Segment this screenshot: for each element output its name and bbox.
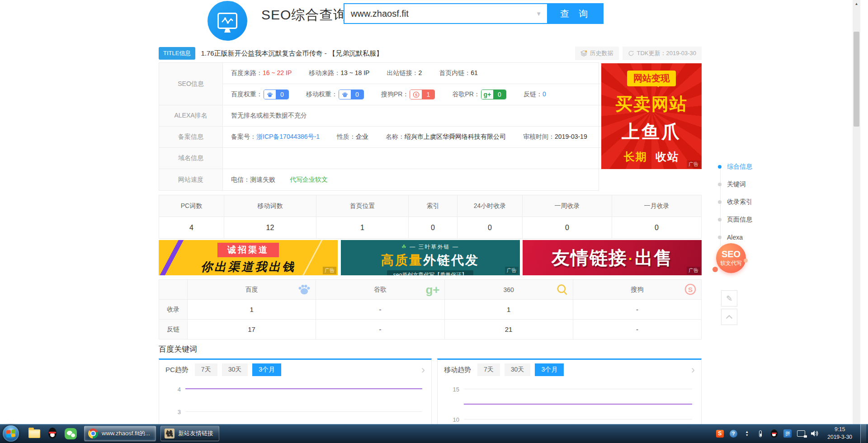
gridline	[185, 411, 422, 412]
volume-tray-icon[interactable]	[810, 429, 819, 438]
sidebar-item-overview[interactable]: 综合信息	[718, 161, 752, 172]
sell-website-ad[interactable]: 网站变现 买卖网站 上鱼爪 长期收站 广告	[601, 63, 702, 169]
file-explorer-icon[interactable]	[25, 424, 43, 443]
query-button[interactable]: 查 询	[548, 3, 604, 24]
pc-words-value: 4	[159, 217, 224, 239]
monitor-chart-icon	[217, 13, 237, 29]
baidu-keywords-heading: 百度关键词	[159, 344, 197, 354]
friendlink-task-button[interactable]: 钱 新站友情链接	[160, 426, 219, 441]
google-plus-icon: g+	[481, 90, 493, 99]
history-data-button[interactable]: 历史数据	[575, 47, 619, 60]
decor-bubble	[712, 267, 718, 272]
pc-ytick-4: 4	[163, 386, 181, 393]
friend-link-sale-ad[interactable]: 友情链接·出售 广告	[523, 240, 702, 275]
baidu-mobile-paw-icon: m	[339, 90, 351, 99]
baidu-icon	[297, 283, 311, 296]
ad-tag: 广告	[687, 267, 700, 274]
wechat-icon[interactable]	[61, 424, 80, 443]
site-title-text: 1.76正版新开公益我本沉默复古金币传奇 - 【兄弟沉默私服】	[201, 49, 571, 58]
channel-recruit-ad[interactable]: 诚招渠道 你出渠道我出钱 广告	[159, 240, 338, 275]
banner2-top: ☘ — 三叶草外链 —	[341, 243, 520, 251]
sidebar-item-pageinfo[interactable]: 页面信息	[718, 214, 752, 225]
pc-trend-header: PC趋势 7天 30天 3个月 ›	[159, 360, 431, 380]
search-input[interactable]	[344, 9, 536, 19]
mobile-tab-3m[interactable]: 3个月	[535, 363, 564, 376]
company-name: 绍兴市上虞区华舜网络科技有限公司	[405, 133, 506, 140]
tray-expand-icon[interactable]: ▲▾	[742, 429, 751, 438]
scroll-up-arrow[interactable]: ▲	[853, 0, 860, 8]
input-method-tray-icon[interactable]: 拼	[783, 429, 792, 438]
money-icon: 钱	[165, 429, 175, 438]
temperature-tray-icon[interactable]	[756, 429, 765, 438]
home-position-value: 1	[316, 217, 409, 239]
banner-ads: 诚招渠道 你出渠道我出钱 广告 ☘ — 三叶草外链 — 高质量外链代发 seo原…	[159, 240, 702, 275]
dropdown-caret-icon[interactable]: ▼	[536, 10, 547, 17]
mobile-weight-badge[interactable]: m0	[339, 90, 364, 99]
decor-bubble	[744, 259, 748, 263]
soft-article-link[interactable]: 代写企业软文	[290, 176, 328, 184]
anchor-nav: 综合信息 关键词 收录索引 页面信息 Alexa	[718, 161, 752, 250]
sogou-pr-badge[interactable]: S1	[410, 90, 435, 99]
mobile-words-value: 12	[224, 217, 316, 239]
pc-tab-3m[interactable]: 3个月	[252, 363, 281, 376]
chrome-task-button[interactable]: www.zhaosf.fit的...	[84, 426, 156, 441]
dot-icon	[718, 183, 722, 186]
engine-header-row: 百度 谷歌g+ 360 搜狗S	[159, 280, 702, 300]
so360-backlink: 21	[444, 320, 573, 339]
mobile-tab-30d[interactable]: 30天	[505, 363, 531, 376]
sidebar-item-keywords[interactable]: 关键词	[718, 179, 752, 190]
windows-logo-icon	[6, 429, 15, 438]
pc-tab-7d[interactable]: 7天	[195, 363, 217, 376]
banner2-title: 高质量外链代发	[341, 252, 520, 269]
sidebar-item-index[interactable]: 收录索引	[718, 197, 752, 207]
dot-icon	[718, 236, 722, 239]
icp-label: 备案信息	[159, 127, 223, 148]
edit-button[interactable]: ✎	[721, 290, 737, 306]
audit-date: 2019-03-19	[555, 133, 587, 140]
baidu-weight-badge[interactable]: 0	[264, 90, 289, 99]
seo-info-table: SEO信息 百度来路：16 ~ 22 IP 移动来路：13 ~ 18 IP 出站…	[159, 62, 599, 191]
seo-article-badge[interactable]: SEO 软文代写	[716, 243, 746, 273]
mobile-tab-7d[interactable]: 7天	[477, 363, 500, 376]
engine-collect-row: 收录 1 - 1 -	[159, 300, 702, 320]
collect-24h-value: 0	[458, 217, 523, 239]
mobile-trend-title: 移动趋势	[444, 366, 471, 374]
show-desktop-button[interactable]	[860, 424, 866, 443]
clock[interactable]: 9:15 2019-3-30	[824, 426, 856, 442]
sogou-s-icon: S	[410, 90, 422, 99]
so360-icon	[556, 283, 568, 296]
icp-number-link[interactable]: 浙ICP备17044386号-1	[256, 133, 320, 140]
start-button[interactable]	[3, 425, 19, 442]
speed-value: 电信：测速失败	[231, 176, 275, 184]
google-collect: -	[316, 300, 444, 320]
qq-tray-icon[interactable]	[769, 429, 778, 438]
tdk-update-button[interactable]: TDK更新：2019-03-30	[623, 47, 702, 60]
help-tray-icon[interactable]: ?	[729, 429, 738, 438]
back-to-top-button[interactable]	[721, 309, 737, 325]
stats-header-row: PC词数 移动词数 首页位置 索引 24小时收录 一周收录 一月收录	[159, 195, 702, 217]
pc-tab-30d[interactable]: 30天	[222, 363, 248, 376]
refresh-icon	[628, 50, 634, 57]
title-bar: TITLE信息 1.76正版新开公益我本沉默复古金币传奇 - 【兄弟沉默私服】 …	[159, 47, 702, 60]
speed-row: 电信：测速失败 代写企业软文	[223, 169, 611, 190]
banner2-bottom: seo原创文章代写【质量保证】	[387, 270, 473, 275]
pc-panel-next-icon[interactable]: ›	[421, 364, 425, 375]
scrollbar-thumb[interactable]	[854, 32, 859, 127]
mobile-panel-next-icon[interactable]: ›	[691, 364, 695, 375]
pc-ytick-3: 3	[163, 409, 181, 415]
gridline	[464, 419, 692, 419]
pc-trend-panel: PC趋势 7天 30天 3个月 › 4 3	[159, 358, 432, 424]
qq-icon[interactable]	[43, 424, 61, 443]
chevron-up-icon	[726, 315, 732, 321]
google-pr-badge[interactable]: g+0	[481, 90, 506, 99]
domain-row	[223, 148, 611, 169]
mobile-words-line	[464, 404, 692, 405]
scrollbar[interactable]: ▲	[853, 0, 860, 424]
network-tray-icon[interactable]	[797, 429, 806, 438]
svg-text:m: m	[344, 94, 346, 97]
backlink-value[interactable]: 0	[542, 90, 546, 98]
outlink-service-ad[interactable]: ☘ — 三叶草外链 — 高质量外链代发 seo原创文章代写【质量保证】 广告	[341, 240, 520, 275]
sogou-tray-icon[interactable]: S	[715, 429, 724, 438]
banner3-title: 友情链接·出售	[552, 245, 673, 270]
sidebar-item-alexa[interactable]: Alexa	[718, 232, 752, 243]
